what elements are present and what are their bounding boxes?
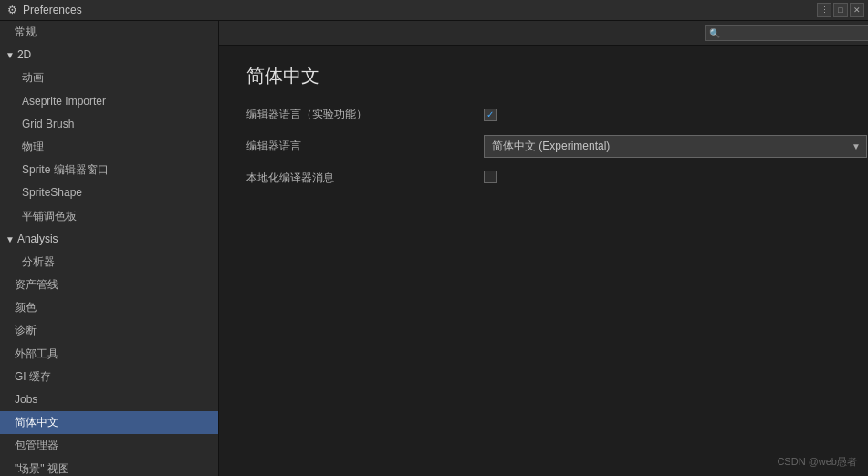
search-bar: 🔍 <box>219 21 868 46</box>
pref-row-editor-language-experimental: 编辑器语言（实验功能） <box>246 107 867 122</box>
sidebar-item-zhenduan[interactable]: 诊断 <box>0 319 218 342</box>
sidebar-item-yanse[interactable]: 颜色 <box>0 296 218 319</box>
sidebar-item-zichan[interactable]: 资产管线 <box>0 274 218 296</box>
titlebar-maximize-btn[interactable]: □ <box>833 3 848 17</box>
pref-label-editor-language-experimental: 编辑器语言（实验功能） <box>246 107 484 122</box>
sidebar-item-gi[interactable]: GI 缓存 <box>0 366 218 388</box>
sidebar-item-wuli[interactable]: 物理 <box>0 136 218 159</box>
sidebar-item-changgui[interactable]: 常规 <box>0 21 218 44</box>
sidebar-item-analysis[interactable]: ▼Analysis <box>0 228 218 251</box>
pref-control-editor-language-experimental <box>484 108 867 121</box>
checkbox-editor-language-experimental[interactable] <box>484 109 497 121</box>
titlebar-menu-btn[interactable]: ⋮ <box>817 3 831 17</box>
content-body: 简体中文 编辑器语言（实验功能） 编辑器语言 简体中文 (Experimenta… <box>219 46 868 476</box>
sidebar-item-jobs[interactable]: Jobs <box>0 388 218 411</box>
pref-row-localized-compiler: 本地化编译器消息 <box>246 171 867 186</box>
titlebar-icon: ⚙ <box>7 4 17 16</box>
sidebar-item-aseprite[interactable]: Aseprite Importer <box>0 90 218 113</box>
collapse-arrow-2d: ▼ <box>5 48 15 63</box>
sidebar-item-grid-brush[interactable]: Grid Brush <box>0 113 218 136</box>
pref-label-editor-language: 编辑器语言 <box>246 139 484 154</box>
sidebar: 常规 ▼2D 动画 Aseprite Importer Grid Brush 物… <box>0 21 219 476</box>
pref-label-localized-compiler: 本地化编译器消息 <box>246 171 484 186</box>
titlebar-controls: ⋮ □ ✕ <box>817 3 864 17</box>
sidebar-item-donghua[interactable]: 动画 <box>0 67 218 89</box>
sidebar-item-2d[interactable]: ▼2D <box>0 44 218 67</box>
search-wrapper: 🔍 <box>705 25 868 41</box>
footer-credit: CSDN @web愚者 <box>777 455 857 469</box>
content-title: 简体中文 <box>246 64 867 88</box>
collapse-arrow-analysis: ▼ <box>5 233 15 247</box>
dropdown-value-editor-language: 简体中文 (Experimental) <box>492 139 610 154</box>
sidebar-item-changjing[interactable]: "场景" 视图 <box>0 458 218 476</box>
checkbox-localized-compiler[interactable] <box>484 171 497 183</box>
dropdown-arrow-editor-language: ▼ <box>852 141 861 151</box>
pref-control-editor-language: 简体中文 (Experimental) ▼ <box>484 135 867 158</box>
sidebar-item-sprite[interactable]: Sprite 编辑器窗口 <box>0 159 218 181</box>
sidebar-item-fenxiqi[interactable]: 分析器 <box>0 251 218 274</box>
titlebar-title: Preferences <box>23 4 82 16</box>
titlebar-close-btn[interactable]: ✕ <box>850 3 864 17</box>
sidebar-item-baoguan[interactable]: 包管理器 <box>0 434 218 457</box>
sidebar-item-pingpu[interactable]: 平铺调色板 <box>0 205 218 228</box>
search-input[interactable] <box>705 25 868 41</box>
dropdown-editor-language[interactable]: 简体中文 (Experimental) ▼ <box>484 135 867 158</box>
pref-row-editor-language: 编辑器语言 简体中文 (Experimental) ▼ <box>246 135 867 158</box>
titlebar: ⚙ Preferences ⋮ □ ✕ <box>0 0 868 21</box>
pref-control-localized-compiler <box>484 171 867 186</box>
main-layout: 常规 ▼2D 动画 Aseprite Importer Grid Brush 物… <box>0 21 868 476</box>
sidebar-item-jiantizh[interactable]: 简体中文 <box>0 411 218 434</box>
content-area: 🔍 简体中文 编辑器语言（实验功能） 编辑器语言 简体中文 (Experimen… <box>219 21 868 476</box>
sidebar-item-waibugongju[interactable]: 外部工具 <box>0 343 218 366</box>
sidebar-item-spriteshape[interactable]: SpriteShape <box>0 181 218 204</box>
